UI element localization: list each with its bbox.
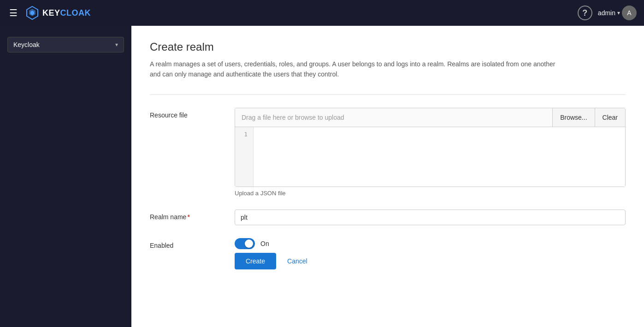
toggle-thumb: [245, 239, 253, 248]
logo: KEYCLOAK: [25, 6, 91, 20]
code-gutter: 1: [235, 127, 254, 187]
create-realm-form: Resource file Drag a file here or browse…: [150, 108, 626, 249]
cancel-button[interactable]: Cancel: [282, 253, 313, 269]
toggle-on-label: On: [260, 240, 269, 247]
resource-file-control: Drag a file here or browse to upload Bro…: [235, 108, 626, 197]
create-button[interactable]: Create: [235, 253, 276, 269]
enabled-label: Enabled: [150, 238, 224, 249]
toggle-track: [235, 238, 255, 249]
resource-file-label: Resource file: [150, 108, 224, 119]
user-name-label: admin: [598, 9, 615, 17]
realm-name-label: Realm name*: [150, 210, 224, 221]
enabled-control: On: [235, 238, 626, 249]
layout: Keycloak ▾ Create realm A realm manages …: [0, 26, 644, 327]
realm-selector[interactable]: Keycloak ▾: [7, 37, 124, 53]
file-upload-header: Drag a file here or browse to upload Bro…: [235, 108, 625, 127]
toggle-row: On: [235, 238, 626, 249]
user-dropdown-arrow: ▾: [617, 10, 620, 16]
file-upload-area: Drag a file here or browse to upload Bro…: [235, 108, 626, 187]
page-title: Create realm: [150, 41, 626, 53]
action-buttons: Create Cancel: [150, 253, 626, 269]
main-content: Create realm A realm manages a set of us…: [131, 26, 644, 327]
clear-button[interactable]: Clear: [595, 108, 625, 127]
user-avatar: A: [622, 6, 637, 20]
section-divider: [150, 94, 626, 95]
browse-button[interactable]: Browse...: [553, 108, 595, 127]
resource-file-row: Resource file Drag a file here or browse…: [150, 108, 626, 197]
help-button[interactable]: ?: [578, 6, 592, 20]
hamburger-menu-button[interactable]: ☰: [7, 6, 19, 20]
topnav: ☰ KEYCLOAK ? admin ▾ A: [0, 0, 644, 26]
sidebar: Keycloak ▾: [0, 26, 131, 327]
user-menu[interactable]: admin ▾ A: [598, 6, 637, 20]
line-number-1: 1: [241, 131, 248, 138]
json-content-area[interactable]: [254, 127, 625, 187]
enabled-row: Enabled On: [150, 238, 626, 249]
realm-name-input[interactable]: [235, 210, 626, 225]
realm-selector-label: Keycloak: [13, 41, 40, 48]
enabled-toggle[interactable]: [235, 238, 255, 249]
keycloak-logo-icon: [25, 6, 40, 20]
file-upload-placeholder: Drag a file here or browse to upload: [235, 108, 553, 127]
realm-name-row: Realm name*: [150, 210, 626, 225]
json-editor: 1: [235, 127, 625, 187]
page-description: A realm manages a set of users, credenti…: [150, 59, 565, 80]
realm-name-control: [235, 210, 626, 225]
realm-name-required: *: [187, 213, 189, 221]
upload-hint: Upload a JSON file: [235, 190, 626, 197]
realm-selector-arrow: ▾: [115, 41, 118, 48]
logo-text: KEYCLOAK: [42, 8, 91, 18]
